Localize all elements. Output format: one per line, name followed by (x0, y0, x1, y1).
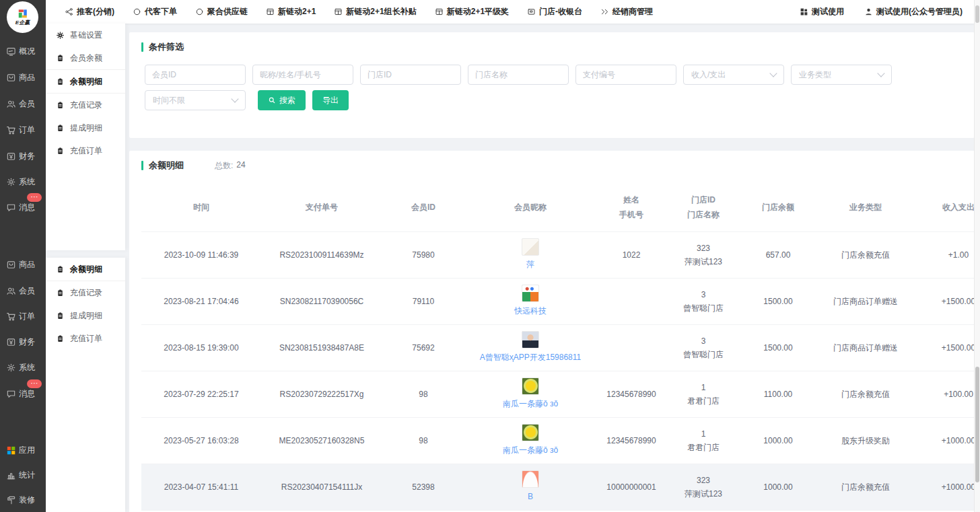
submenu-item-label: 充值记录 (70, 287, 102, 299)
sidebar-item-message-2[interactable]: 消息 (0, 386, 46, 402)
member-nickname-link[interactable]: 萍 (464, 258, 596, 271)
member-id-input[interactable] (145, 65, 246, 85)
row-store-cell: 3曾智聪门店 (666, 279, 740, 325)
row-time: 2023-04-07 15:41:11 (141, 464, 261, 511)
app-logo: E企赢 (7, 1, 38, 33)
sidebar-item-stats[interactable]: 统计 (0, 467, 46, 483)
gear-icon (6, 363, 16, 373)
row-biz-type: 门店余额充值 (816, 371, 915, 418)
nav-item-jingxiaoshang[interactable]: 经销商管理 (600, 6, 653, 17)
store-id-input[interactable] (360, 65, 461, 85)
nav-item-label: 新链动2+1平级奖 (447, 6, 509, 17)
row-amount: +1500.00 (915, 279, 980, 325)
submenu-item-commission-detail[interactable]: 提成明细 (46, 116, 125, 139)
section-marker (141, 42, 143, 52)
row-time: 2023-10-09 11:46:39 (141, 232, 261, 279)
row-store-cell: 1君君门店 (666, 371, 740, 418)
sidebar-item-system[interactable]: 系统 (0, 174, 46, 190)
submenu-item-commission-detail-2[interactable]: 提成明细 (46, 304, 125, 327)
nav-workspace[interactable]: 测试使用 (800, 6, 844, 17)
nav-item-shouyintai[interactable]: 门店-收银台 (527, 6, 582, 17)
member-avatar (522, 331, 539, 349)
row-pay-no: ME20230527160328N5 (261, 418, 382, 464)
page-scrollbar[interactable] (974, 0, 980, 512)
submenu-item-label: 充值记录 (70, 100, 102, 111)
nav-item-daike[interactable]: 代客下单 (133, 6, 177, 17)
scrollbar-thumb-top[interactable] (975, 5, 979, 23)
submenu-item-recharge-order[interactable]: 充值订单 (46, 139, 125, 162)
submenu-item-balance-detail[interactable]: 余额明细 (46, 69, 125, 94)
member-nickname-link[interactable]: A曾智聪ҳAPP开发15986811 (464, 351, 596, 364)
nav-account[interactable]: 测试使用(公众号管理员) (864, 6, 963, 17)
sidebar-item-goods[interactable]: 商品 (0, 69, 46, 85)
nickname-input[interactable] (252, 65, 353, 85)
section-marker (141, 161, 143, 170)
sidebar-item-finance-2[interactable]: 财务 (0, 334, 46, 350)
list-icon (56, 147, 65, 155)
member-nickname-link[interactable]: 南瓜一条藤ǒ зǒ (464, 443, 596, 457)
member-nickname-link[interactable]: 快远科技 (464, 304, 596, 318)
grid-dark-icon (800, 7, 808, 16)
frame-icon (435, 7, 444, 16)
nav-account-label: 测试使用(公众号管理员) (876, 6, 963, 17)
submenu-item-recharge-record[interactable]: 充值记录 (46, 94, 125, 116)
sidebar-item-label: 装修 (19, 495, 35, 506)
sidebar-item-apps[interactable]: 应用 (0, 442, 46, 458)
submenu-item-basic-settings[interactable]: 基础设置 (46, 24, 125, 46)
monitor-icon (6, 46, 16, 57)
circle-icon (195, 7, 204, 16)
box-icon (6, 260, 16, 270)
nav-item-liandong[interactable]: 新链动2+1 (266, 6, 316, 17)
total-value: 24 (236, 160, 245, 172)
sidebar-item-overview[interactable]: 概况 (0, 43, 46, 59)
income-expense-select[interactable]: 收入/支出 (683, 65, 784, 85)
export-button[interactable]: 导出 (312, 90, 349, 110)
row-nickname-cell: A曾智聪ҳAPP开发15986811 (464, 325, 596, 371)
nav-item-tuike[interactable]: 推客(分销) (65, 6, 114, 17)
submenu-item-member-balance[interactable]: 会员余额 (46, 46, 125, 69)
store-name-input[interactable] (468, 65, 569, 85)
submenu-item-recharge-order-2[interactable]: 充值订单 (46, 327, 125, 350)
nav-item-label: 代客下单 (145, 6, 177, 17)
scrollbar-thumb[interactable] (975, 367, 979, 482)
sidebar-item-label: 概况 (19, 46, 35, 57)
time-range-select[interactable]: 时间不限 (145, 90, 246, 110)
sidebar-item-order-2[interactable]: 订单 (0, 308, 46, 324)
row-amount: +1.00 (915, 232, 980, 279)
nav-item-liandong-butie[interactable]: 新链动2+1组长补贴 (334, 6, 416, 17)
list-icon (56, 101, 65, 110)
member-nickname-link[interactable]: 南瓜一条藤ǒ зǒ (464, 397, 596, 410)
member-avatar (522, 424, 539, 441)
member-nickname-link[interactable]: B (464, 490, 596, 503)
biz-type-select[interactable]: 业务类型 (791, 65, 892, 85)
sidebar-item-label: 会员 (19, 285, 35, 297)
row-time: 2023-07-29 22:25:17 (141, 371, 261, 418)
row-biz-type: 门店余额充值 (816, 464, 915, 511)
list-icon (56, 289, 65, 297)
sidebar-item-label: 会员 (19, 98, 35, 110)
sidebar-item-finance[interactable]: 财务 (0, 148, 46, 164)
app-color-icon (6, 445, 16, 455)
row-time: 2023-05-27 16:03:28 (141, 418, 261, 464)
table-row: 2023-10-09 11:46:39RS20231009114639Mz759… (141, 232, 980, 279)
pay-no-input[interactable] (575, 65, 676, 85)
sidebar-item-decorate[interactable]: 装修 (0, 492, 46, 508)
register-icon (527, 7, 536, 16)
nav-item-liandong-pingji[interactable]: 新链动2+1平级奖 (435, 6, 509, 17)
nav-item-juhe[interactable]: 聚合供应链 (195, 6, 248, 17)
submenu-item-recharge-record-2[interactable]: 充值记录 (46, 281, 125, 304)
table-header-row: 时间支付单号会员ID会员昵称姓名手机号门店ID门店名称门店余额业务类型收入支出 (141, 184, 980, 232)
submenu-item-balance-detail-2[interactable]: 余额明细 (46, 258, 125, 281)
sidebar-item-system-2[interactable]: 系统 (0, 359, 46, 375)
sidebar-item-label: 消息 (19, 202, 35, 213)
sidebar-item-order[interactable]: 订单 (0, 122, 46, 138)
sidebar-item-message[interactable]: 消息 (0, 199, 46, 215)
row-name-phone: 12345678990 (596, 418, 666, 464)
sidebar-item-member[interactable]: 会员 (0, 96, 46, 112)
search-button[interactable]: 搜索 (258, 90, 306, 110)
submenu-item-label: 基础设置 (70, 30, 102, 41)
row-member-id: 98 (382, 418, 464, 464)
row-store-name: 萍测试123 (666, 487, 740, 501)
sidebar-item-member-2[interactable]: 会员 (0, 283, 46, 299)
sidebar-item-goods-2[interactable]: 商品 (0, 256, 46, 272)
